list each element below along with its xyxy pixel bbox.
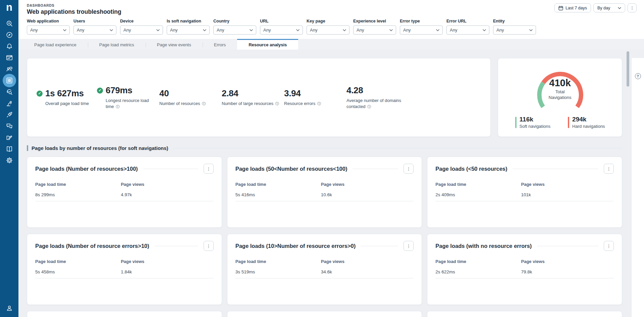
kpi-value: 679ms — [106, 85, 132, 96]
filter-select[interactable]: Any — [353, 25, 396, 35]
topbar: DASHBOARDS Web applications troubleshoot… — [18, 0, 644, 39]
filter-select[interactable]: Any — [27, 25, 70, 35]
info-icon[interactable]: ⓘ — [275, 102, 279, 106]
sidebar-item-search[interactable] — [3, 18, 16, 29]
filter-select[interactable]: Any — [493, 25, 536, 35]
chevron-down-icon — [343, 29, 346, 31]
app-root: n — [0, 0, 644, 317]
sidebar: n — [0, 0, 18, 317]
gauge-total-label: Total Navigations — [525, 89, 595, 101]
group-by-select[interactable]: By day — [593, 3, 625, 12]
time-range-button[interactable]: Last 7 days — [554, 3, 591, 12]
help-icon[interactable]: ? — [635, 73, 641, 79]
filter-value: Any — [30, 28, 38, 33]
filter-key-page: Key page Any — [307, 19, 350, 35]
sidebar-item-browser-monitoring[interactable] — [3, 52, 16, 63]
sidebar-item-machine-learning[interactable] — [3, 98, 16, 109]
widget-menu-button[interactable]: ⋮ — [404, 164, 414, 174]
widget-table: Page load time Page views 5s 416ms 10.6k — [235, 182, 414, 201]
new-relic-logo[interactable]: n — [6, 2, 12, 12]
legend-hard-navigations: 294k Hard navigations — [568, 116, 605, 129]
chevron-down-icon — [389, 29, 393, 31]
widget-menu-button[interactable]: ⋮ — [404, 241, 414, 251]
filter-error-type: Error type Any — [400, 19, 443, 35]
chevron-down-icon — [436, 29, 439, 31]
breadcrumb[interactable]: DASHBOARDS — [27, 3, 121, 7]
cell-page-load-time: 8s 299ms — [35, 192, 121, 197]
sidebar-item-errors-inbox[interactable] — [3, 86, 16, 98]
sidebar-item-launchers[interactable] — [3, 109, 16, 120]
info-icon[interactable]: ⓘ — [367, 105, 371, 109]
column-header-page-views: Page views — [521, 259, 614, 264]
widget-menu-button[interactable]: ⋮ — [604, 241, 614, 251]
time-range-label: Last 7 days — [566, 6, 587, 10]
widget-menu-button[interactable]: ⋮ — [604, 164, 614, 174]
sidebar-item-user[interactable] — [3, 302, 16, 314]
cell-page-load-time: 5s 458ms — [35, 269, 121, 274]
filter-value: Any — [123, 28, 131, 33]
dashboard-menu-button[interactable]: ⋮ — [628, 3, 637, 12]
kpi-label: Resource errors — [284, 101, 315, 106]
column-header-page-views: Page views — [321, 182, 414, 187]
sidebar-item-dashboards[interactable] — [3, 75, 16, 86]
tab-page-view-events[interactable]: Page view events — [146, 39, 203, 50]
sidebar-item-alerts[interactable] — [3, 41, 16, 52]
section-title: Page loads by number of resources (for s… — [32, 145, 168, 151]
info-icon[interactable]: ⓘ — [202, 102, 206, 106]
sidebar-item-apps[interactable] — [3, 132, 16, 143]
filter-select[interactable]: Any — [446, 25, 489, 35]
tab-resource-analysis[interactable]: Resource analysis — [237, 39, 298, 50]
sidebar-item-digital-experience[interactable] — [3, 63, 16, 75]
filter-error-url: Error URL Any — [446, 19, 489, 35]
sidebar-nav — [3, 18, 16, 166]
widget-table: Page load time Page views 3s 519ms 34.6k — [235, 259, 414, 278]
widget-table: Page load time Page views 8s 299ms 4.97k — [35, 182, 214, 201]
cell-page-views: 79.8k — [521, 269, 614, 274]
filter-select[interactable]: Any — [73, 25, 116, 35]
kpi-number-of-large-resources: 2.84 Number of large resources ⓘ — [222, 88, 284, 107]
filter-select[interactable]: Any — [120, 25, 163, 35]
widget-menu-button[interactable]: ⋮ — [204, 164, 214, 174]
filter-value: Any — [357, 28, 364, 33]
right-help-rail: ? — [631, 58, 644, 317]
widget-partial-2 — [227, 311, 422, 317]
kpi-label: Number of resources — [159, 101, 200, 106]
filter-experience-level: Experience level Any — [353, 19, 396, 35]
legend-label: Hard navigations — [572, 124, 605, 129]
chevron-down-icon — [296, 29, 300, 31]
kpi-value: 3.94 — [284, 88, 301, 99]
info-icon[interactable]: ⓘ — [116, 105, 120, 109]
widget-menu-button[interactable]: ⋮ — [204, 241, 214, 251]
column-header-page-load-time: Page load time — [35, 259, 121, 264]
filter-label: Is soft navigation — [167, 19, 210, 23]
filter-select[interactable]: Any — [213, 25, 256, 35]
filter-select[interactable]: Any — [307, 25, 350, 35]
filter-select[interactable]: Any — [167, 25, 210, 35]
table-row: 8s 299ms 4.97k — [35, 191, 214, 201]
chevron-down-icon — [618, 7, 621, 9]
kpi-number-of-resources: 40 Number of resources ⓘ — [159, 88, 222, 107]
tab-page-load-experience[interactable]: Page load experience — [23, 39, 88, 50]
sidebar-item-documentation[interactable] — [3, 143, 16, 155]
cell-page-load-time: 2s 409ms — [435, 192, 521, 197]
info-icon[interactable]: ⓘ — [317, 102, 321, 106]
kpi-longest-resource-load-time: ✓ 679ms Longest resource load time ⓘ — [97, 85, 159, 109]
filter-users: Users Any — [73, 19, 116, 35]
widget-title-divider — [361, 246, 398, 246]
tab-page-load-metrics[interactable]: Page load metrics — [88, 39, 146, 50]
column-header-page-load-time: Page load time — [35, 182, 121, 187]
user-icon — [6, 304, 13, 312]
widget-title: Page loads (Number of resources>100) — [35, 166, 138, 172]
tab-errors[interactable]: Errors — [203, 39, 237, 50]
sidebar-item-explore[interactable] — [3, 29, 16, 41]
sidebar-item-collaboration[interactable] — [3, 120, 16, 132]
scrollbar-thumb[interactable] — [627, 51, 629, 87]
chevron-down-icon — [110, 29, 113, 31]
filter-select[interactable]: Any — [400, 25, 443, 35]
filter-select[interactable]: Any — [260, 25, 303, 35]
sidebar-item-settings[interactable] — [3, 155, 16, 166]
kebab-icon: ⋮ — [407, 244, 411, 249]
rocket-icon — [6, 111, 13, 118]
dashboard-content: ✓ 1s 627ms Overall page load time ✓ 679m… — [18, 50, 625, 317]
dashboards-grid-icon — [6, 77, 13, 84]
